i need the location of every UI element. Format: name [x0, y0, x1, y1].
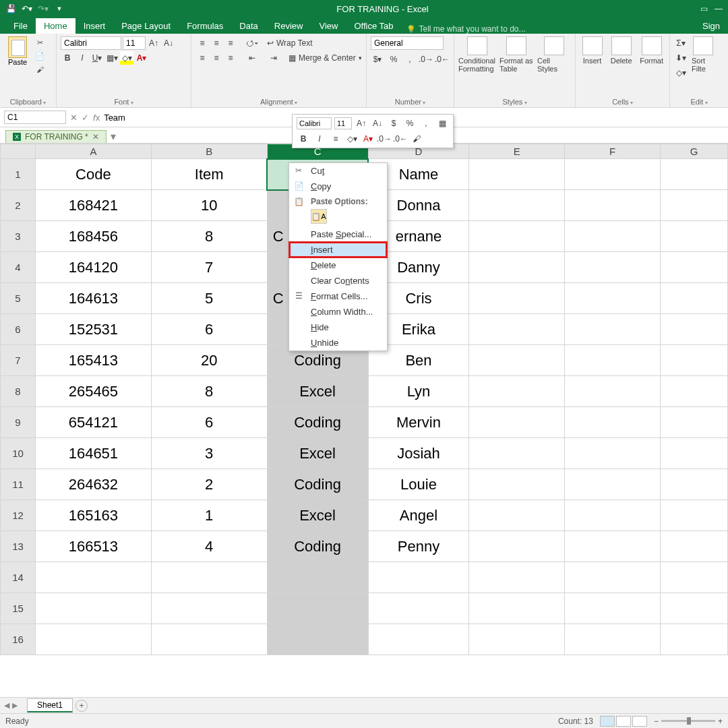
row-header[interactable]: 8 [1, 376, 36, 407]
sheet-tab[interactable]: Sheet1 [27, 698, 73, 712]
cell[interactable]: 6 [151, 314, 267, 345]
cell-selected[interactable]: Coding [267, 531, 368, 562]
cell-selected[interactable] [267, 593, 368, 624]
workbook-tab[interactable]: X FOR TRAINING * ✕ [5, 130, 107, 143]
cancel-formula-icon[interactable]: ✕ [70, 113, 78, 123]
cell[interactable]: 164613 [35, 283, 151, 314]
ctx-format-cells[interactable]: ☰Format Cells... [289, 289, 387, 304]
save-icon[interactable]: 💾 [5, 3, 16, 14]
grow-font-icon[interactable]: A↑ [147, 36, 160, 50]
row-header[interactable]: 4 [1, 252, 36, 283]
cell[interactable]: 165163 [35, 500, 151, 531]
row-header[interactable]: 10 [1, 438, 36, 469]
comma-format-icon[interactable]: , [403, 53, 417, 66]
cell[interactable]: 6 [151, 407, 267, 438]
name-box[interactable] [4, 111, 66, 124]
wrap-text-button[interactable]: ↩Wrap Text [267, 38, 313, 48]
ctx-paste-special[interactable]: Paste Special... [289, 226, 387, 242]
sign-in-link[interactable]: Sign [694, 18, 728, 34]
align-center-icon[interactable]: ≡ [210, 51, 223, 65]
copy-icon[interactable]: 📄 [34, 50, 46, 62]
col-header[interactable]: A [35, 144, 151, 159]
cell-selected[interactable] [267, 624, 368, 655]
zoom-in-button[interactable]: + [718, 717, 723, 726]
cell[interactable]: 3 [151, 438, 267, 469]
row-header[interactable]: 12 [1, 500, 36, 531]
tab-review[interactable]: Review [266, 18, 311, 34]
zoom-out-button[interactable]: − [654, 717, 659, 726]
format-painter-icon[interactable]: 🖌 [34, 63, 46, 75]
orientation-icon[interactable]: ⭯▾ [245, 36, 259, 50]
cell[interactable]: 10 [151, 190, 267, 221]
workbook-tab-menu-icon[interactable]: ▾ [107, 130, 120, 143]
ctx-cut[interactable]: ✂Cut [289, 163, 387, 179]
mini-bold-icon[interactable]: B [297, 132, 310, 146]
tab-page-layout[interactable]: Page Layout [113, 18, 179, 34]
cell[interactable]: Mervin [368, 407, 469, 438]
row-header[interactable]: 9 [1, 407, 36, 438]
cell[interactable]: Code [35, 159, 151, 190]
cell[interactable]: 168421 [35, 190, 151, 221]
mini-inc-decimal-icon[interactable]: .0→ [377, 132, 391, 146]
add-sheet-button[interactable]: + [75, 700, 88, 712]
ctx-insert[interactable]: Insert [289, 242, 387, 257]
cell[interactable]: 164120 [35, 252, 151, 283]
tab-home[interactable]: Home [36, 18, 75, 34]
row-header[interactable]: 5 [1, 283, 36, 314]
cell[interactable]: Item [151, 159, 267, 190]
ctx-clear-contents[interactable]: Clear Contents [289, 273, 387, 289]
minimize-icon[interactable]: — [715, 4, 723, 13]
cell[interactable]: Louie [368, 469, 469, 500]
tab-data[interactable]: Data [231, 18, 266, 34]
cell[interactable]: 7 [151, 252, 267, 283]
bold-button[interactable]: B [61, 51, 74, 65]
row-header[interactable]: 13 [1, 531, 36, 562]
align-middle-icon[interactable]: ≡ [210, 36, 223, 50]
col-header[interactable]: B [151, 144, 267, 159]
cell-selected[interactable]: Coding [267, 407, 368, 438]
underline-button[interactable]: U▾ [90, 51, 104, 65]
cell[interactable]: 20 [151, 345, 267, 376]
ctx-unhide[interactable]: Unhide [289, 335, 387, 351]
cell[interactable]: 166513 [35, 531, 151, 562]
mini-italic-icon[interactable]: I [313, 132, 326, 146]
format-as-table-button[interactable]: Format as Table [499, 36, 533, 73]
row-header[interactable]: 16 [1, 624, 36, 655]
cell-selected[interactable]: Coding [267, 469, 368, 500]
border-button[interactable]: ▦▾ [105, 51, 119, 65]
cell[interactable]: 8 [151, 376, 267, 407]
row-header[interactable]: 14 [1, 562, 36, 593]
cell[interactable]: 152531 [35, 314, 151, 345]
cell[interactable]: 5 [151, 283, 267, 314]
fill-color-button[interactable]: ◇▾ [120, 51, 133, 65]
font-color-button[interactable]: A▾ [135, 51, 148, 65]
mini-align-icon[interactable]: ≡ [329, 132, 342, 146]
ctx-copy[interactable]: 📄Copy [289, 179, 387, 194]
cell[interactable]: 164651 [35, 438, 151, 469]
row-header[interactable]: 15 [1, 593, 36, 624]
mini-font-size[interactable] [334, 117, 352, 129]
cell[interactable]: 4 [151, 531, 267, 562]
cell-selected[interactable] [267, 562, 368, 593]
decrease-decimal-icon[interactable]: .0← [435, 53, 449, 66]
cell[interactable]: 265465 [35, 376, 151, 407]
cell-styles-button[interactable]: Cell Styles [537, 36, 571, 73]
tab-insert[interactable]: Insert [75, 18, 114, 34]
col-header[interactable]: E [469, 144, 565, 159]
mini-accounting-icon[interactable]: $ [387, 117, 400, 130]
shrink-font-icon[interactable]: A↓ [162, 36, 175, 50]
font-name-select[interactable] [61, 36, 121, 50]
increase-indent-icon[interactable]: ⇥ [267, 51, 280, 65]
sort-filter-button[interactable]: Sort Filte [692, 36, 715, 80]
page-layout-view-button[interactable] [616, 716, 631, 727]
decrease-indent-icon[interactable]: ⇤ [245, 51, 259, 65]
tab-formulas[interactable]: Formulas [179, 18, 231, 34]
percent-format-icon[interactable]: % [387, 53, 400, 66]
row-header[interactable]: 6 [1, 314, 36, 345]
number-format-select[interactable] [371, 36, 444, 50]
mini-font-color-icon[interactable]: A▾ [361, 132, 375, 146]
row-header[interactable]: 7 [1, 345, 36, 376]
conditional-formatting-button[interactable]: Conditional Formatting [458, 36, 495, 73]
zoom-slider[interactable] [661, 720, 715, 722]
enter-formula-icon[interactable]: ✓ [82, 113, 89, 123]
